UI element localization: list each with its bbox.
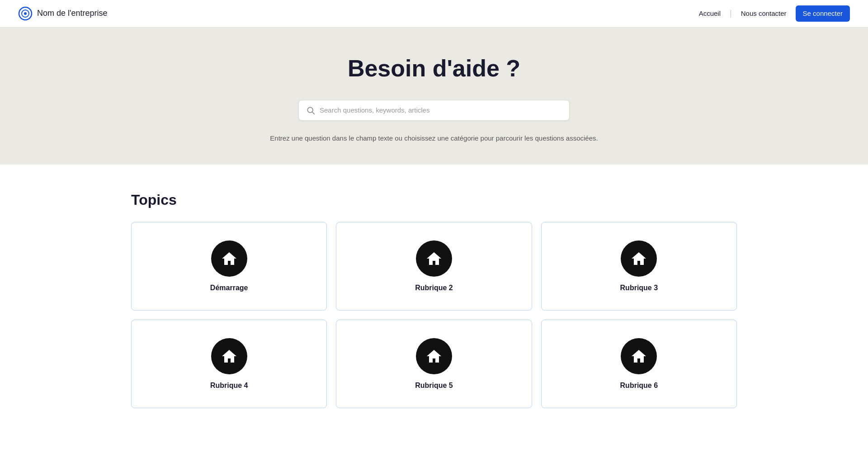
nav-accueil[interactable]: Accueil (699, 9, 721, 17)
topic-card-3[interactable]: Rubrique 3 (541, 222, 737, 311)
topic-icon-circle (211, 338, 247, 374)
topic-card-5[interactable]: Rubrique 5 (336, 320, 532, 408)
hero-subtitle: Entrez une question dans le champ texte … (18, 134, 850, 142)
topic-card-6[interactable]: Rubrique 6 (541, 320, 737, 408)
header: Nom de l'entreprise Accueil | Nous conta… (0, 0, 868, 28)
topic-icon-circle (621, 338, 657, 374)
home-icon (220, 250, 238, 268)
topic-label: Rubrique 2 (415, 284, 453, 292)
topic-card-1[interactable]: Démarrage (131, 222, 327, 311)
topic-card-2[interactable]: Rubrique 2 (336, 222, 532, 311)
login-button[interactable]: Se connecter (796, 5, 850, 22)
nav-separator: | (730, 9, 732, 18)
home-icon (630, 250, 648, 268)
topics-section: Topics Démarrage Rubrique 2 Rub (0, 165, 868, 444)
topic-label: Rubrique 4 (210, 382, 248, 390)
topic-icon-circle (416, 338, 452, 374)
home-icon (630, 347, 648, 365)
topic-label: Démarrage (210, 284, 248, 292)
company-name: Nom de l'entreprise (37, 9, 108, 18)
search-container (298, 100, 570, 121)
svg-line-4 (312, 112, 315, 114)
nav-contact[interactable]: Nous contacter (741, 9, 787, 17)
topics-title: Topics (131, 192, 737, 208)
search-box (298, 100, 570, 121)
hero-section: Besoin d'aide ? Entrez une question dans… (0, 28, 868, 165)
hero-title: Besoin d'aide ? (18, 55, 850, 82)
topic-label: Rubrique 3 (620, 284, 658, 292)
topic-icon-circle (211, 240, 247, 277)
topic-icon-circle (416, 240, 452, 277)
company-logo-icon (18, 6, 33, 21)
svg-point-2 (24, 12, 27, 15)
topics-grid: Démarrage Rubrique 2 Rubrique 3 Rubriq (131, 222, 737, 408)
home-icon (220, 347, 238, 365)
topic-card-4[interactable]: Rubrique 4 (131, 320, 327, 408)
home-icon (425, 347, 443, 365)
topic-label: Rubrique 6 (620, 382, 658, 390)
topic-icon-circle (621, 240, 657, 277)
top-nav: Accueil | Nous contacter Se connecter (699, 5, 850, 22)
topic-label: Rubrique 5 (415, 382, 453, 390)
search-input[interactable] (320, 106, 562, 114)
search-icon (306, 106, 315, 115)
home-icon (425, 250, 443, 268)
logo-area: Nom de l'entreprise (18, 6, 108, 21)
